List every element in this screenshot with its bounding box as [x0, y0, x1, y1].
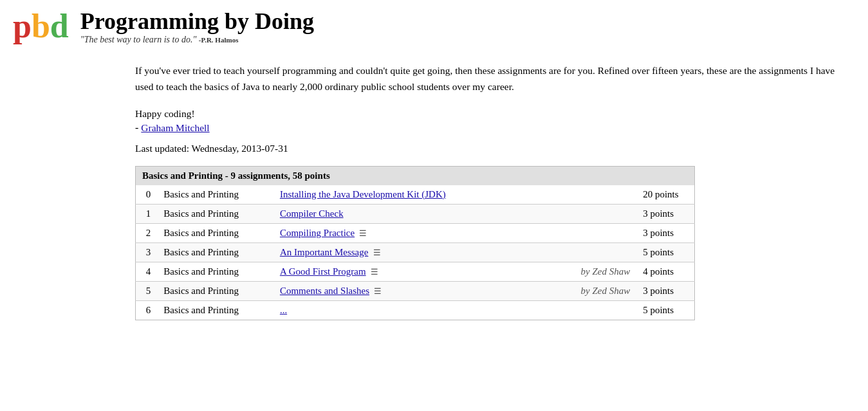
row-note	[549, 204, 636, 223]
table-row: 2Basics and PrintingCompiling Practice ☰…	[136, 223, 695, 242]
assignment-link[interactable]: Installing the Java Development Kit (JDK…	[280, 189, 446, 199]
row-category: Basics and Printing	[157, 223, 273, 242]
last-updated: Last updated: Wednesday, 2013-07-31	[135, 143, 849, 154]
table-row: 6Basics and Printing...5 points	[136, 300, 695, 320]
row-note	[549, 185, 636, 205]
row-category: Basics and Printing	[157, 204, 273, 223]
row-title: Installing the Java Development Kit (JDK…	[273, 185, 549, 205]
author-link[interactable]: Graham Mitchell	[141, 122, 209, 133]
logo-letters: pbd	[13, 10, 69, 43]
row-points: 3 points	[636, 281, 694, 300]
row-points: 4 points	[636, 262, 694, 281]
assignment-link[interactable]: Comments and Slashes	[280, 286, 369, 296]
doc-icon: ☰	[371, 248, 380, 257]
header-text: Programming by Doing "The best way to le…	[80, 8, 314, 45]
row-num: 5	[136, 281, 158, 300]
row-num: 0	[136, 185, 158, 205]
row-title: An Important Message ☰	[273, 242, 549, 262]
site-logo: pbd	[13, 10, 69, 43]
assignment-link[interactable]: Compiling Practice	[280, 228, 355, 238]
row-note	[549, 223, 636, 242]
row-category: Basics and Printing	[157, 300, 273, 320]
assignment-link[interactable]: ...	[280, 305, 287, 315]
row-title: Compiler Check	[273, 204, 549, 223]
row-num: 1	[136, 204, 158, 223]
logo-d: d	[50, 10, 69, 43]
row-note	[549, 242, 636, 262]
row-note	[549, 300, 636, 320]
quote-text: "The best way to learn is to do."	[80, 35, 197, 44]
quote-author: -P.R. Halmos	[199, 36, 239, 44]
doc-icon: ☰	[369, 267, 378, 277]
assignment-link[interactable]: Compiler Check	[280, 208, 344, 219]
row-points: 3 points	[636, 204, 694, 223]
assignment-link[interactable]: An Important Message	[280, 247, 368, 257]
row-category: Basics and Printing	[157, 242, 273, 262]
row-points: 3 points	[636, 223, 694, 242]
row-category: Basics and Printing	[157, 281, 273, 300]
row-title: Compiling Practice ☰	[273, 223, 549, 242]
row-points: 5 points	[636, 242, 694, 262]
row-title: Comments and Slashes ☰	[273, 281, 549, 300]
logo-p: p	[13, 10, 32, 43]
assignment-link[interactable]: A Good First Program	[280, 266, 366, 277]
author-line: - Graham Mitchell	[135, 122, 849, 134]
row-num: 3	[136, 242, 158, 262]
table-row: 1Basics and PrintingCompiler Check3 poin…	[136, 204, 695, 223]
row-num: 4	[136, 262, 158, 281]
site-header: pbd Programming by Doing "The best way t…	[0, 0, 868, 50]
site-quote: "The best way to learn is to do." -P.R. …	[80, 35, 314, 45]
doc-icon: ☰	[372, 286, 382, 296]
table-row: 0Basics and PrintingInstalling the Java …	[136, 185, 695, 205]
table-row: 3Basics and PrintingAn Important Message…	[136, 242, 695, 262]
table-row: 5Basics and PrintingComments and Slashes…	[136, 281, 695, 300]
row-points: 20 points	[636, 185, 694, 205]
intro-paragraph: If you've ever tried to teach yourself p…	[135, 63, 849, 95]
row-title: ...	[273, 300, 549, 320]
logo-b: b	[32, 10, 50, 43]
main-content: If you've ever tried to teach yourself p…	[0, 50, 868, 333]
assignments-table: Basics and Printing - 9 assignments, 58 …	[135, 166, 695, 320]
row-title: A Good First Program ☰	[273, 262, 549, 281]
happy-coding: Happy coding!	[135, 108, 849, 120]
row-points: 5 points	[636, 300, 694, 320]
row-note: by Zed Shaw	[549, 281, 636, 300]
doc-icon: ☰	[357, 228, 367, 238]
section-header: Basics and Printing - 9 assignments, 58 …	[136, 166, 695, 185]
row-category: Basics and Printing	[157, 262, 273, 281]
row-num: 2	[136, 223, 158, 242]
row-note: by Zed Shaw	[549, 262, 636, 281]
site-title: Programming by Doing	[80, 8, 314, 35]
table-row: 4Basics and PrintingA Good First Program…	[136, 262, 695, 281]
row-num: 6	[136, 300, 158, 320]
row-category: Basics and Printing	[157, 185, 273, 205]
author-prefix: -	[135, 122, 141, 133]
